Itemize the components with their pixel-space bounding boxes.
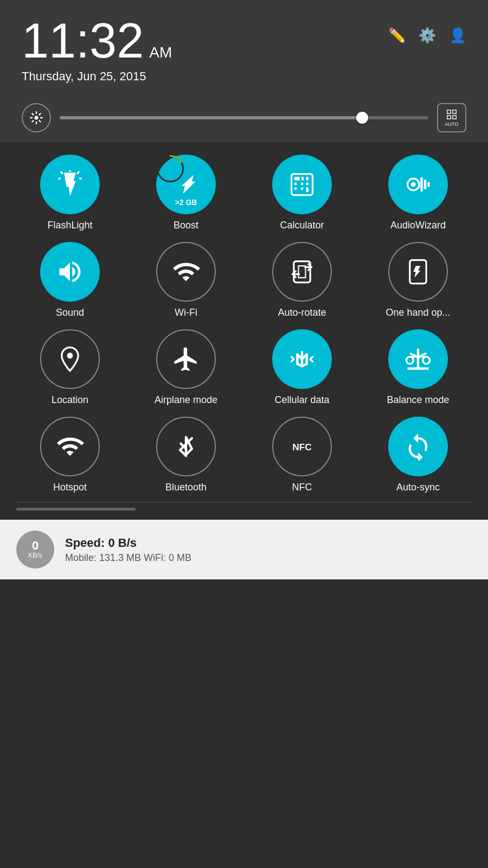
brightness-row: AUTO	[0, 94, 488, 142]
time-display: 11:32 AM	[22, 16, 172, 65]
qs-calculator-label: Calculator	[280, 220, 324, 231]
qs-calculator-circle	[272, 155, 332, 214]
qs-cellular-circle	[272, 329, 332, 389]
qs-balance[interactable]: Balance mode	[364, 329, 472, 406]
svg-rect-11	[447, 116, 451, 119]
qs-location-label: Location	[52, 394, 88, 406]
settings-icon[interactable]: ⚙️	[419, 27, 436, 44]
svg-line-14	[61, 171, 63, 174]
qs-airplane[interactable]: Airplane mode	[132, 329, 240, 406]
balance-icon	[404, 345, 432, 373]
svg-rect-29	[306, 187, 309, 192]
top-panel: 11:32 AM Thursday, Jun 25, 2015 ✏️ ⚙️ 👤	[0, 0, 488, 94]
qs-cellular[interactable]: Cellular data	[248, 329, 356, 406]
svg-line-8	[32, 120, 34, 122]
qs-bluetooth-circle	[156, 417, 216, 476]
svg-rect-22	[301, 177, 304, 181]
speed-text-area: Speed: 0 B/s Mobile: 131.3 MB WiFi: 0 MB	[65, 536, 472, 564]
qs-sound[interactable]: Sound	[16, 242, 124, 318]
qs-location[interactable]: Location	[16, 329, 124, 406]
qs-nfc-circle: NFC	[272, 417, 332, 476]
qs-flashlight-label: FlashLight	[47, 220, 92, 231]
cellular-icon	[288, 345, 316, 373]
qs-autosync[interactable]: Auto-sync	[364, 417, 472, 493]
qs-location-circle	[40, 329, 100, 389]
calculator-icon	[288, 170, 316, 199]
onehand-icon	[404, 258, 432, 286]
user-icon[interactable]: 👤	[449, 27, 466, 44]
brightness-icon-button[interactable]	[22, 103, 51, 132]
boost-icon	[174, 173, 198, 196]
svg-rect-23	[306, 177, 309, 181]
qs-boost[interactable]: >2 GB Boost	[132, 155, 240, 231]
svg-rect-24	[294, 183, 297, 185]
qs-onehand-label: One hand op...	[386, 307, 450, 318]
speed-circle: 0 KB/s	[16, 531, 54, 569]
autorotate-icon	[288, 258, 316, 286]
qs-nfc-label: NFC	[292, 482, 312, 493]
svg-line-7	[39, 113, 41, 115]
qs-airplane-circle	[156, 329, 216, 389]
boost-text: >2 GB	[175, 198, 197, 207]
bluetooth-icon	[172, 432, 200, 461]
brightness-fill	[60, 116, 362, 119]
autosync-icon	[404, 432, 432, 461]
qs-autosync-circle	[388, 417, 448, 476]
wifi-icon	[172, 258, 200, 286]
speed-unit: KB/s	[28, 552, 42, 559]
qs-bluetooth-label: Bluetooth	[165, 482, 207, 493]
qs-onehand-circle	[388, 242, 448, 302]
sound-icon	[56, 258, 84, 286]
svg-point-0	[35, 116, 38, 120]
qs-hotspot-circle	[40, 417, 100, 476]
svg-rect-28	[301, 187, 303, 189]
svg-point-44	[423, 357, 430, 364]
qs-sound-circle	[40, 242, 100, 302]
svg-rect-12	[453, 116, 456, 119]
time-ampm: AM	[149, 45, 172, 60]
speed-main: Speed: 0 B/s	[65, 536, 472, 550]
svg-rect-27	[294, 187, 297, 189]
svg-rect-9	[447, 110, 451, 113]
airplane-icon	[172, 345, 200, 373]
auto-brightness-button[interactable]: AUTO	[437, 103, 466, 132]
quick-settings-grid: FlashLight >2 GB Boost	[0, 142, 488, 502]
qs-wifi-circle	[156, 242, 216, 302]
svg-point-31	[411, 182, 416, 187]
brightness-slider[interactable]	[60, 116, 428, 119]
qs-flashlight[interactable]: FlashLight	[16, 155, 124, 231]
auto-brightness-icon	[446, 108, 458, 120]
qs-hotspot[interactable]: Hotspot	[16, 417, 124, 493]
qs-airplane-label: Airplane mode	[155, 394, 217, 406]
qs-sound-label: Sound	[56, 307, 84, 318]
qs-cellular-label: Cellular data	[274, 394, 329, 406]
svg-rect-10	[453, 110, 456, 113]
nfc-icon: NFC	[288, 432, 316, 461]
qs-onehand[interactable]: One hand op...	[364, 242, 472, 318]
qs-boost-label: Boost	[174, 220, 198, 231]
edit-icon[interactable]: ✏️	[388, 27, 406, 44]
top-icons: ✏️ ⚙️ 👤	[388, 27, 466, 44]
qs-audiowizard[interactable]: AudioWizard	[364, 155, 472, 231]
qs-balance-circle	[388, 329, 448, 389]
speed-notification: 0 KB/s Speed: 0 B/s Mobile: 131.3 MB WiF…	[0, 520, 488, 579]
qs-balance-label: Balance mode	[387, 394, 449, 406]
svg-rect-26	[306, 183, 309, 185]
qs-autorotate[interactable]: Auto-rotate	[248, 242, 356, 318]
date-text: Thursday, Jun 25, 2015	[22, 69, 172, 84]
svg-rect-25	[301, 183, 303, 185]
qs-wifi[interactable]: Wi-Fi	[132, 242, 240, 318]
svg-point-43	[406, 357, 413, 364]
qs-audiowizard-label: AudioWizard	[390, 220, 446, 231]
svg-line-15	[77, 171, 79, 174]
qs-calculator[interactable]: Calculator	[248, 155, 356, 231]
qs-wifi-label: Wi-Fi	[175, 307, 197, 318]
scroll-hint-area	[0, 502, 488, 515]
qs-nfc[interactable]: NFC NFC	[248, 417, 356, 493]
qs-bluetooth[interactable]: Bluetooth	[132, 417, 240, 493]
qs-autosync-label: Auto-sync	[396, 482, 440, 493]
speed-number: 0	[32, 540, 38, 552]
time-value: 11:32	[22, 16, 144, 65]
qs-autorotate-label: Auto-rotate	[278, 307, 326, 318]
svg-text:NFC: NFC	[292, 442, 312, 452]
